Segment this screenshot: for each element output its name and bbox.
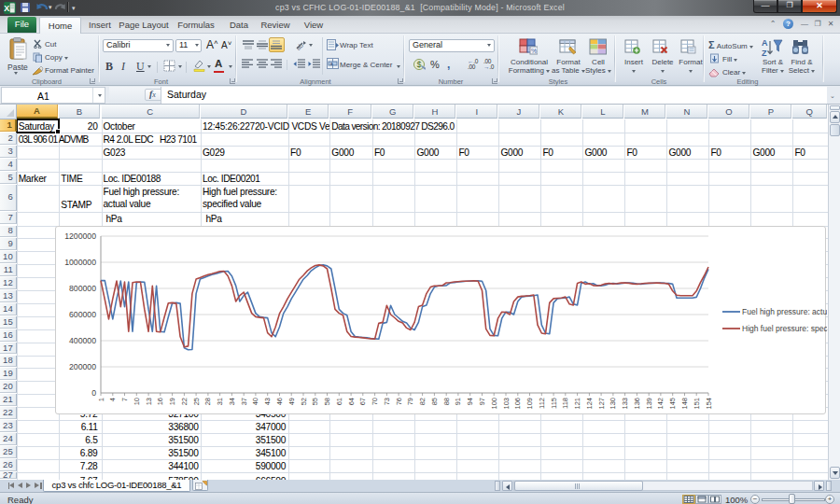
svg-text:46: 46	[275, 398, 284, 405]
svg-text:25: 25	[192, 398, 201, 405]
svg-text:4: 4	[108, 398, 117, 401]
svg-text:1: 1	[97, 398, 105, 401]
svg-text:64: 64	[347, 398, 356, 405]
svg-text:154: 154	[705, 398, 713, 410]
svg-text:79: 79	[406, 398, 414, 405]
svg-text:Fuel high pressure: actual: Fuel high pressure: actual	[742, 307, 827, 316]
svg-text:127: 127	[597, 398, 606, 410]
svg-text:91: 91	[454, 398, 462, 405]
svg-text:97: 97	[478, 398, 486, 405]
svg-text:1000000: 1000000	[64, 258, 96, 267]
svg-text:106: 106	[513, 398, 522, 410]
svg-text:88: 88	[442, 398, 451, 405]
svg-text:58: 58	[323, 398, 331, 405]
svg-text:%: %	[531, 48, 537, 54]
svg-text:34: 34	[228, 398, 236, 405]
svg-text:16: 16	[156, 398, 164, 405]
svg-text:$: $	[416, 60, 421, 69]
svg-text:ab: ab	[295, 42, 304, 50]
svg-text:55: 55	[311, 398, 319, 405]
svg-text:67: 67	[358, 398, 367, 405]
svg-text:70: 70	[371, 398, 379, 405]
svg-text:100: 100	[490, 398, 498, 410]
svg-text:115: 115	[550, 398, 558, 409]
svg-text:130: 130	[609, 398, 617, 410]
svg-text:148: 148	[680, 398, 689, 410]
svg-text:82: 82	[418, 398, 427, 405]
svg-text:49: 49	[287, 398, 296, 405]
svg-text:124: 124	[585, 398, 594, 410]
svg-text:112: 112	[538, 398, 546, 409]
svg-text:151: 151	[693, 398, 701, 410]
svg-text:103: 103	[502, 398, 511, 410]
svg-text:142: 142	[656, 398, 665, 410]
svg-text:High fuel pressure: specif: High fuel pressure: specif	[742, 324, 827, 333]
svg-text:118: 118	[561, 398, 569, 409]
svg-text:31: 31	[216, 398, 224, 405]
svg-text:133: 133	[621, 398, 629, 410]
svg-text:Z: Z	[762, 49, 767, 58]
svg-text:0: 0	[91, 388, 96, 398]
svg-text:136: 136	[633, 398, 641, 410]
svg-text:61: 61	[335, 398, 343, 405]
svg-text:40: 40	[251, 398, 259, 405]
svg-text:10: 10	[133, 398, 141, 405]
svg-text:37: 37	[240, 398, 248, 405]
svg-text:109: 109	[525, 398, 534, 410]
svg-text:85: 85	[430, 398, 439, 405]
svg-text:76: 76	[395, 398, 403, 405]
svg-text:400000: 400000	[69, 336, 96, 345]
svg-text:7: 7	[120, 398, 129, 401]
svg-text:19: 19	[168, 398, 176, 405]
svg-text:121: 121	[573, 398, 581, 410]
svg-text:145: 145	[668, 398, 677, 410]
svg-text:43: 43	[263, 398, 272, 405]
svg-text:A: A	[762, 38, 768, 48]
svg-text:800000: 800000	[69, 284, 96, 293]
svg-text:73: 73	[383, 398, 391, 405]
svg-text:a: a	[330, 61, 333, 66]
svg-text:22: 22	[180, 398, 189, 405]
svg-text:139: 139	[645, 398, 653, 410]
svg-text:28: 28	[203, 398, 212, 405]
svg-text:600000: 600000	[69, 310, 96, 319]
svg-text:94: 94	[466, 398, 474, 405]
svg-text:200000: 200000	[69, 362, 96, 371]
svg-text:52: 52	[300, 398, 308, 405]
svg-text:1200000: 1200000	[64, 231, 96, 241]
svg-text:13: 13	[145, 398, 153, 405]
